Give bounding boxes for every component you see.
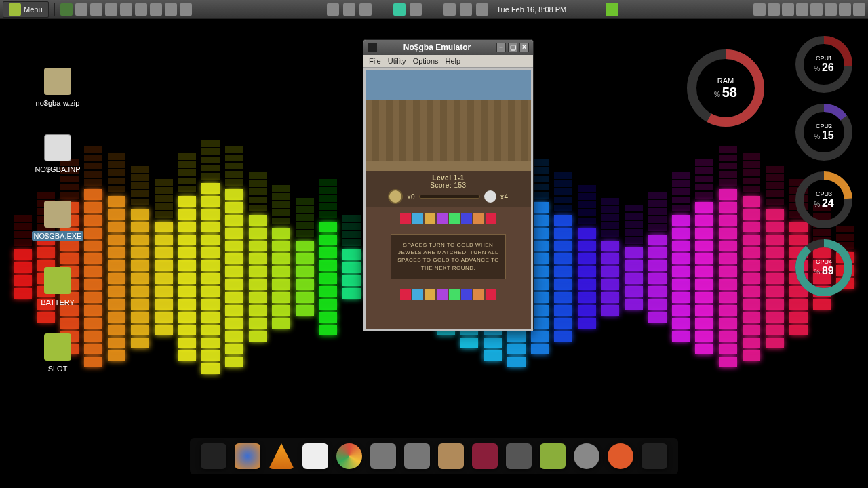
icon-label: BATTERY (41, 298, 75, 306)
tray-icon[interactable] (359, 3, 372, 16)
gem[interactable] (486, 214, 496, 224)
dock-firefox[interactable] (235, 443, 260, 469)
tray-icon[interactable] (476, 3, 488, 16)
gauge-label: CPU2 (816, 123, 832, 129)
menu-file[interactable]: File (369, 57, 381, 65)
menu-help[interactable]: Help (446, 57, 461, 65)
menubar: File Utility Options Help (363, 55, 533, 68)
launcher-icon[interactable] (165, 3, 177, 16)
tray-icon[interactable] (327, 3, 339, 16)
dock-terminal[interactable] (201, 443, 226, 469)
gem[interactable] (425, 289, 435, 300)
tray-icon[interactable] (839, 3, 851, 16)
gem-row (372, 289, 524, 300)
dock-files[interactable] (438, 443, 464, 469)
gem[interactable] (400, 289, 411, 300)
cpu4-gauge: CPU489 (793, 237, 854, 298)
distro-logo-icon (9, 3, 21, 16)
desktop-icon[interactable]: BATTERY (27, 267, 88, 306)
gem[interactable] (400, 214, 411, 224)
launcher-icon[interactable] (120, 3, 132, 16)
icon-label: NO$GBA.EXE (32, 231, 84, 241)
dock-ubuntu[interactable] (608, 443, 633, 469)
file-icon (44, 201, 71, 228)
file-icon (44, 68, 71, 95)
tray-icon[interactable] (410, 3, 422, 16)
menu-utility[interactable]: Utility (388, 57, 406, 65)
dock-wine[interactable] (472, 443, 498, 469)
file-icon (44, 134, 71, 161)
titlebar[interactable]: No$gba Emulator – ▢ × (363, 40, 533, 55)
dock-chrome[interactable] (336, 443, 362, 469)
maximize-button[interactable]: ▢ (508, 43, 517, 52)
desktop-icon[interactable]: NO$GBA.EXE (27, 201, 88, 240)
volume-icon[interactable] (796, 3, 808, 16)
gem[interactable] (437, 214, 448, 224)
coin-count: x0 (407, 193, 415, 201)
file-manager-icon[interactable] (75, 3, 87, 16)
coin-icon (388, 189, 403, 204)
network-icon[interactable] (393, 3, 406, 16)
desktop-icons: no$gba-w.zipNO$GBA.INPNO$GBA.EXEBATTERYS… (27, 68, 88, 373)
gem[interactable] (449, 289, 460, 300)
menu-button[interactable]: Menu (3, 1, 49, 18)
launcher-icon[interactable] (180, 3, 192, 16)
menu-options[interactable]: Options (413, 57, 439, 65)
window-title: No$gba Emulator (380, 43, 494, 52)
dock-app[interactable] (540, 443, 566, 469)
emulator-window[interactable]: No$gba Emulator – ▢ × File Utility Optio… (363, 39, 534, 331)
desktop-icon[interactable]: no$gba-w.zip (27, 68, 88, 107)
gauge-value: 26 (814, 62, 833, 74)
dock-app[interactable] (404, 443, 430, 469)
show-desktop-icon[interactable] (60, 3, 73, 16)
screenshot-icon[interactable] (443, 3, 456, 16)
dock-downloads[interactable] (370, 443, 396, 469)
desktop-icon[interactable]: NO$GBA.INP (27, 134, 88, 174)
minimize-button[interactable]: – (496, 43, 506, 52)
tray-icon[interactable] (825, 3, 837, 16)
dock-display[interactable] (506, 443, 532, 469)
launcher-icon[interactable] (135, 3, 147, 16)
gem[interactable] (412, 214, 423, 224)
close-button[interactable]: × (519, 43, 529, 52)
gem[interactable] (473, 214, 484, 224)
level-label: Level 1-1 (432, 174, 464, 182)
terminal-icon[interactable] (105, 3, 117, 16)
dock-editor[interactable] (302, 443, 328, 469)
gauge-value: 15 (814, 129, 833, 142)
tray-icon[interactable] (853, 3, 865, 16)
tray-icon[interactable] (460, 3, 472, 16)
icon-label: NO$GBA.INP (35, 165, 80, 174)
separator (54, 3, 55, 16)
tray-icon[interactable] (768, 3, 780, 16)
desktop-icon[interactable]: SLOT (27, 333, 88, 373)
lock-icon[interactable] (782, 3, 794, 16)
icon-label: SLOT (48, 365, 68, 373)
launcher-icon[interactable] (150, 3, 162, 16)
tray-icon[interactable] (810, 3, 823, 16)
menu-label: Menu (24, 5, 43, 14)
game-bottom-screen[interactable]: SPACES TURN TO GOLD WHEN JEWELS ARE MATC… (366, 207, 531, 329)
gem[interactable] (437, 289, 448, 300)
gem-row (372, 214, 524, 224)
dock-vlc[interactable] (269, 443, 294, 469)
gem[interactable] (425, 214, 435, 224)
gauge-value: 89 (814, 265, 833, 277)
tray-icon[interactable] (753, 3, 766, 16)
ram-gauge: RAM58 (685, 47, 766, 129)
clock[interactable]: Tue Feb 16, 8:08 PM (492, 5, 570, 14)
gem[interactable] (473, 289, 484, 300)
gem[interactable] (412, 289, 423, 300)
game-message: SPACES TURN TO GOLD WHEN JEWELS ARE MATC… (391, 234, 506, 279)
firefox-icon[interactable] (90, 3, 102, 16)
cpu1-gauge: CPU126 (793, 34, 854, 95)
gem[interactable] (486, 289, 496, 300)
gem[interactable] (449, 214, 460, 224)
gem[interactable] (461, 214, 472, 224)
battery-icon[interactable] (606, 3, 618, 16)
gem[interactable] (461, 289, 472, 300)
dock (190, 438, 678, 474)
tray-icon[interactable] (343, 3, 355, 16)
dock-tux[interactable] (642, 443, 667, 469)
dock-app[interactable] (574, 443, 599, 469)
